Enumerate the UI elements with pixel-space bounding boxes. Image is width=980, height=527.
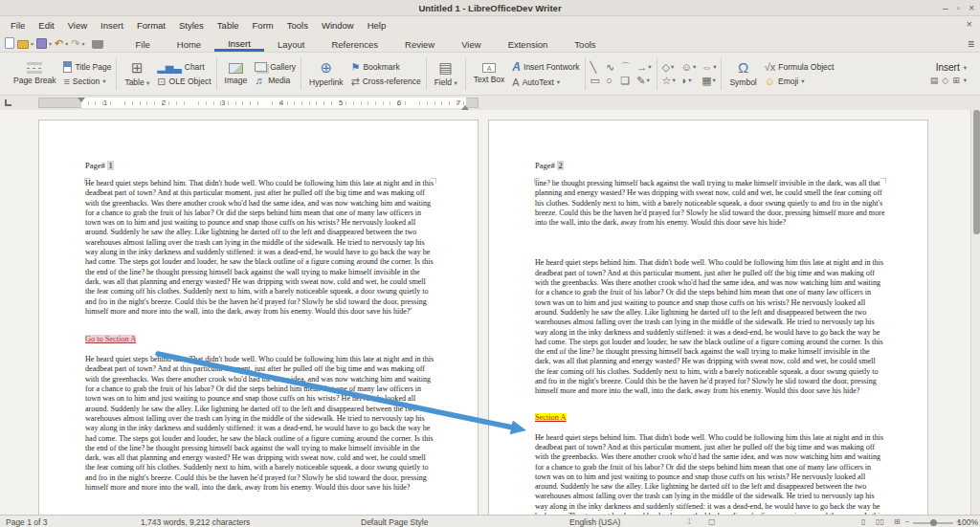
close-document-icon[interactable]: × <box>967 18 972 30</box>
document-canvas[interactable]: Page# 1 He heard quiet steps behind him.… <box>0 110 980 515</box>
block-arrows-dropdown-icon[interactable]: ▾ <box>713 63 716 71</box>
table-button[interactable]: ⊞ Table ▾ <box>122 59 152 88</box>
book-view-icon[interactable]: ⊞ <box>894 517 901 526</box>
open-file-icon[interactable] <box>17 40 29 49</box>
zoom-slider-thumb[interactable] <box>930 519 937 526</box>
menu-styles[interactable]: Styles <box>172 17 211 33</box>
line-shape-icon[interactable]: ╲ <box>590 61 600 73</box>
arrow-dropdown-icon[interactable]: ▾ <box>648 63 651 71</box>
menu-view[interactable]: View <box>61 17 94 33</box>
ole-object-button[interactable]: ⊡ OLE Object <box>157 76 211 87</box>
menu-window[interactable]: Window <box>315 17 361 33</box>
left-indent-marker[interactable] <box>78 98 85 106</box>
go-to-section-a-link[interactable]: Go to Section A <box>85 335 136 343</box>
word-count-status[interactable]: 1,743 words, 9,212 characters <box>141 517 250 527</box>
arrow-shape-icon[interactable]: → <box>636 61 647 73</box>
undo-dropdown-icon[interactable]: ▾ <box>65 40 68 47</box>
star-shapes-dropdown-icon[interactable]: ▾ <box>672 77 675 84</box>
flowchart-shapes-icon[interactable]: ▦ <box>702 75 711 86</box>
notebookbar-menu-icon[interactable]: ≡ <box>968 37 974 51</box>
basic-shapes-dropdown-icon[interactable]: ▾ <box>671 63 674 71</box>
tab-layout[interactable]: Layout <box>264 34 319 52</box>
zoom-slider[interactable] <box>913 522 953 524</box>
formula-object-button[interactable]: √x Formula Object <box>765 61 835 73</box>
star-shapes-icon[interactable]: ☆ <box>662 75 672 86</box>
insert-mode-icon[interactable]: ⌶ <box>687 517 692 527</box>
undo-icon[interactable]: ↶ <box>55 37 63 50</box>
paragraph[interactable]: He heard quiet steps behind him. That di… <box>85 355 435 493</box>
page-style-status[interactable]: Default Page Style <box>361 517 428 527</box>
paragraph[interactable]: He heard quiet steps behind him. That di… <box>535 258 885 396</box>
tab-view[interactable]: View <box>448 34 494 52</box>
block-arrows-icon[interactable]: ⇔ <box>702 61 712 73</box>
ellipse-shape-icon[interactable]: ○ <box>606 75 614 86</box>
menu-insert[interactable]: Insert <box>94 17 130 33</box>
tab-tools[interactable]: Tools <box>561 34 609 52</box>
maximize-icon[interactable]: ▫ <box>957 1 961 15</box>
freehand-dropdown-icon[interactable]: ▾ <box>646 77 649 84</box>
chart-button[interactable]: ▂▅▃ Chart <box>157 61 211 73</box>
single-page-view-icon[interactable]: ▯ <box>861 517 865 526</box>
zoom-level[interactable]: 100% <box>957 517 978 527</box>
tab-extension[interactable]: Extension <box>495 34 562 52</box>
media-button[interactable]: ♬ Media <box>255 75 296 86</box>
tab-home[interactable]: Home <box>164 34 214 52</box>
insert-image-small-icon[interactable]: ▤ <box>930 76 939 85</box>
freehand-line-icon[interactable]: ✎ <box>636 75 645 86</box>
page-2-header[interactable]: Page# 2 <box>535 161 885 170</box>
section-button[interactable]: ≡ Section ▾ <box>63 76 111 87</box>
symbol-shapes-dropdown-icon[interactable]: ▾ <box>693 63 696 71</box>
menu-table[interactable]: Table <box>211 17 246 33</box>
page-1[interactable]: Page# 1 He heard quiet steps behind him.… <box>38 120 479 515</box>
section-a-bookmark[interactable]: Section A <box>535 413 567 422</box>
insert-table-dropdown-icon[interactable]: ▾ <box>964 77 967 84</box>
tab-file[interactable]: File <box>122 34 164 52</box>
save-icon[interactable] <box>36 38 47 49</box>
gallery-button[interactable]: Gallery <box>255 62 296 72</box>
field-button[interactable]: ▤ Field ▾ <box>432 59 460 88</box>
tab-insert[interactable]: Insert <box>214 34 264 52</box>
insert-table-small-icon[interactable]: ⊞ <box>952 76 960 85</box>
cross-reference-button[interactable]: ⇄ Cross-reference <box>351 76 421 87</box>
close-icon[interactable]: × <box>969 1 974 15</box>
save-dropdown-icon[interactable]: ▾ <box>49 40 52 47</box>
scrollbar-thumb[interactable] <box>973 110 980 234</box>
emoji-button[interactable]: ☺ Emoji ▾ <box>765 76 835 87</box>
symbol-shapes-icon[interactable]: ☺ <box>681 61 692 73</box>
autotext-button[interactable]: A AutoText ▾ <box>512 77 579 88</box>
title-page-button[interactable]: Title Page <box>63 61 111 73</box>
horizontal-ruler[interactable]: 1 2 3 4 5 6 7 <box>0 96 980 110</box>
freeform-shape-icon[interactable]: ∿ <box>606 61 614 73</box>
rectangle-shape-icon[interactable]: ▭ <box>590 75 600 86</box>
page-break-button[interactable]: Page Break <box>11 61 58 86</box>
language-status[interactable]: English (USA) <box>569 517 620 527</box>
page-2[interactable]: Page# 2 line? he thought pressing himsel… <box>488 120 928 515</box>
basic-shapes-icon[interactable]: ◇ <box>662 61 670 73</box>
callout-shapes-dropdown-icon[interactable]: ▾ <box>688 77 691 84</box>
menu-tools[interactable]: Tools <box>280 17 315 33</box>
menu-form[interactable]: Form <box>246 17 280 33</box>
open-dropdown-icon[interactable]: ▾ <box>31 40 33 47</box>
hyperlink-button[interactable]: ⊕ Hyperlink <box>306 59 345 88</box>
paragraph[interactable]: He heard quiet steps behind him. That di… <box>85 179 435 317</box>
callout-shape-icon[interactable]: ❏ <box>620 75 631 86</box>
minimize-icon[interactable]: – <box>943 1 948 15</box>
tab-stop-selector-icon[interactable] <box>5 99 11 106</box>
symbol-button[interactable]: Ω Symbol <box>726 59 759 88</box>
menu-edit[interactable]: Edit <box>32 17 60 33</box>
page-count-status[interactable]: Page 1 of 3 <box>6 517 47 527</box>
multi-page-view-icon[interactable]: ▯▯ <box>876 517 884 526</box>
insert-fontwork-button[interactable]: A Insert Fontwork <box>512 60 579 74</box>
paragraph[interactable]: He heard quiet steps behind him. That di… <box>535 433 885 515</box>
menu-file[interactable]: File <box>4 17 32 33</box>
print-icon[interactable] <box>92 40 103 49</box>
zoom-out-icon[interactable]: − <box>905 517 910 526</box>
tab-references[interactable]: References <box>318 34 391 52</box>
paragraph[interactable]: line? he thought pressing himself back a… <box>535 179 885 228</box>
curve-shape-icon[interactable]: ⌒ <box>620 61 631 73</box>
bookmark-button[interactable]: ⚑ Bookmark <box>351 61 421 73</box>
text-box-button[interactable]: A Text Box <box>471 62 508 85</box>
redo-dropdown-icon[interactable]: ▾ <box>81 40 84 47</box>
vertical-scrollbar[interactable] <box>970 110 980 515</box>
insert-menu-button[interactable]: Insert ▾ <box>936 62 967 73</box>
